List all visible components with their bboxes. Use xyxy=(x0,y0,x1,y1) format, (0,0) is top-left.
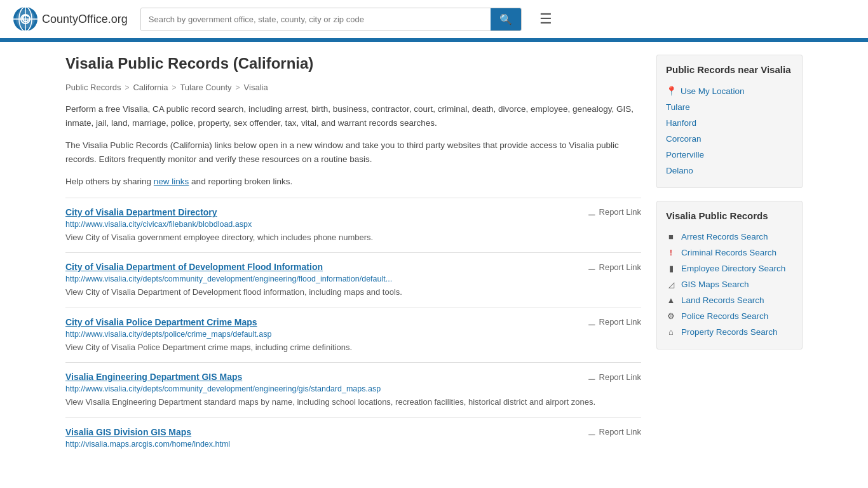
sidebar-item-property[interactable]: ⌂ Property Records Search xyxy=(666,324,793,340)
record-url[interactable]: http://visalia.maps.arcgis.com/home/inde… xyxy=(65,440,641,449)
report-label: Report Link xyxy=(599,262,641,272)
police-icon: ⚙ xyxy=(666,311,676,321)
content-area: Visalia Public Records (California) Publ… xyxy=(65,55,641,460)
record-item-header: Visalia GIS Division GIS Maps ⚊ Report L… xyxy=(65,427,641,437)
report-link[interactable]: ⚊ Report Link xyxy=(588,317,641,327)
desc3-prefix: Help others by sharing xyxy=(65,177,154,186)
sidebar-city-porterville[interactable]: Porterville xyxy=(666,147,793,163)
sidebar-nearby-section: Public Records near Visalia 📍 Use My Loc… xyxy=(656,55,803,188)
logo[interactable]: C CountyOffice.org xyxy=(13,6,128,32)
record-item: Visalia Engineering Department GIS Maps … xyxy=(65,362,641,417)
record-item: City of Visalia Department Directory ⚊ R… xyxy=(65,198,641,253)
employee-directory-link[interactable]: Employee Directory Search xyxy=(681,264,785,273)
sidebar-city-tulare[interactable]: Tulare xyxy=(666,99,793,115)
record-item: City of Visalia Department of Developmen… xyxy=(65,252,641,308)
report-icon: ⚊ xyxy=(588,372,596,382)
sidebar-city-hanford[interactable]: Hanford xyxy=(666,115,793,131)
sidebar-item-employee[interactable]: ▮ Employee Directory Search xyxy=(666,261,793,276)
sidebar-city-corcoran[interactable]: Corcoran xyxy=(666,131,793,147)
report-link[interactable]: ⚊ Report Link xyxy=(588,262,641,272)
breadcrumb-tulare-county[interactable]: Tulare County xyxy=(180,83,231,92)
description-3: Help others by sharing new links and rep… xyxy=(65,175,641,189)
report-label: Report Link xyxy=(599,427,641,437)
breadcrumb-sep-1: > xyxy=(125,83,129,92)
sidebar: Public Records near Visalia 📍 Use My Loc… xyxy=(656,55,803,460)
record-url[interactable]: http://www.visalia.city/depts/community_… xyxy=(65,274,641,283)
breadcrumb-california[interactable]: California xyxy=(133,83,168,92)
record-item: City of Visalia Police Department Crime … xyxy=(65,308,641,363)
logo-text: CountyOffice.org xyxy=(42,13,128,26)
record-desc: View Visalia Engineering Department stan… xyxy=(65,396,641,409)
logo-suffix: .org xyxy=(108,13,128,25)
property-icon: ⌂ xyxy=(666,327,676,337)
record-desc: View City of Visalia Department of Devel… xyxy=(65,286,641,299)
sidebar-item-police[interactable]: ⚙ Police Records Search xyxy=(666,308,793,324)
use-location-label: Use My Location xyxy=(681,86,745,96)
sidebar-item-criminal[interactable]: ! Criminal Records Search xyxy=(666,245,793,261)
gis-icon: ◿ xyxy=(666,280,676,289)
location-pin-icon: 📍 xyxy=(666,86,677,96)
record-url[interactable]: http://www.visalia.city/depts/police/cri… xyxy=(65,330,641,339)
breadcrumb-sep-2: > xyxy=(172,83,176,92)
breadcrumb: Public Records > California > Tulare Cou… xyxy=(65,83,641,92)
record-title[interactable]: Visalia GIS Division GIS Maps xyxy=(65,427,191,437)
sidebar-item-arrest[interactable]: ■ Arrest Records Search xyxy=(666,229,793,245)
criminal-records-link[interactable]: Criminal Records Search xyxy=(681,248,776,257)
report-icon: ⚊ xyxy=(588,317,596,327)
record-url[interactable]: http://www.visalia.city/civicax/filebank… xyxy=(65,220,641,229)
description-2: The Visalia Public Records (California) … xyxy=(65,139,641,166)
report-link[interactable]: ⚊ Report Link xyxy=(588,372,641,382)
record-title[interactable]: City of Visalia Police Department Crime … xyxy=(65,317,257,327)
records-list: City of Visalia Department Directory ⚊ R… xyxy=(65,198,641,460)
record-desc: View City of Visalia Police Department c… xyxy=(65,341,641,354)
report-label: Report Link xyxy=(599,317,641,327)
arrest-icon: ■ xyxy=(666,232,676,241)
page-title: Visalia Public Records (California) xyxy=(65,55,641,72)
report-link[interactable]: ⚊ Report Link xyxy=(588,207,641,217)
sidebar-nearby-title: Public Records near Visalia xyxy=(666,64,793,75)
breadcrumb-public-records[interactable]: Public Records xyxy=(65,83,121,92)
search-bar: 🔍 xyxy=(140,8,522,31)
report-link[interactable]: ⚊ Report Link xyxy=(588,427,641,437)
record-item-header: Visalia Engineering Department GIS Maps … xyxy=(65,372,641,382)
arrest-records-link[interactable]: Arrest Records Search xyxy=(681,232,768,241)
logo-icon: C xyxy=(13,6,38,32)
employee-icon: ▮ xyxy=(666,264,676,273)
land-records-link[interactable]: Land Records Search xyxy=(681,295,764,305)
logo-brand: CountyOffice xyxy=(42,13,108,25)
sidebar-item-gis[interactable]: ◿ GIS Maps Search xyxy=(666,276,793,292)
sidebar-public-records-title: Visalia Public Records xyxy=(666,210,793,221)
criminal-icon: ! xyxy=(666,248,676,257)
report-icon: ⚊ xyxy=(588,262,596,272)
record-title[interactable]: City of Visalia Department of Developmen… xyxy=(65,262,323,272)
header: C CountyOffice.org 🔍 ☰ xyxy=(0,0,868,40)
record-desc: View City of Visalia government employee… xyxy=(65,231,641,244)
menu-button[interactable]: ☰ xyxy=(534,8,557,30)
gis-maps-link[interactable]: GIS Maps Search xyxy=(681,280,749,289)
land-icon: ▲ xyxy=(666,295,676,305)
record-item: Visalia GIS Division GIS Maps ⚊ Report L… xyxy=(65,417,641,460)
property-records-link[interactable]: Property Records Search xyxy=(681,327,778,337)
report-label: Report Link xyxy=(599,372,641,382)
record-title[interactable]: Visalia Engineering Department GIS Maps xyxy=(65,372,242,382)
sidebar-public-records-section: Visalia Public Records ■ Arrest Records … xyxy=(656,201,803,349)
description-1: Perform a free Visalia, CA public record… xyxy=(65,102,641,130)
search-input[interactable] xyxy=(141,8,491,30)
breadcrumb-visalia[interactable]: Visalia xyxy=(244,83,268,92)
report-icon: ⚊ xyxy=(588,427,596,437)
sidebar-city-delano[interactable]: Delano xyxy=(666,163,793,179)
sidebar-use-location[interactable]: 📍 Use My Location xyxy=(666,83,793,99)
search-button[interactable]: 🔍 xyxy=(491,8,521,30)
report-label: Report Link xyxy=(599,207,641,217)
new-links-link[interactable]: new links xyxy=(154,177,189,186)
sidebar-nearby-cities: Tulare Hanford Corcoran Porterville Dela… xyxy=(666,99,793,179)
police-records-link[interactable]: Police Records Search xyxy=(681,311,768,321)
main-container: Visalia Public Records (California) Publ… xyxy=(53,42,815,473)
record-title[interactable]: City of Visalia Department Directory xyxy=(65,207,217,217)
record-item-header: City of Visalia Police Department Crime … xyxy=(65,317,641,327)
record-item-header: City of Visalia Department Directory ⚊ R… xyxy=(65,207,641,217)
sidebar-item-land[interactable]: ▲ Land Records Search xyxy=(666,292,793,308)
record-url[interactable]: http://www.visalia.city/depts/community_… xyxy=(65,384,641,393)
desc3-suffix: and reporting broken links. xyxy=(189,177,292,186)
report-icon: ⚊ xyxy=(588,207,596,217)
